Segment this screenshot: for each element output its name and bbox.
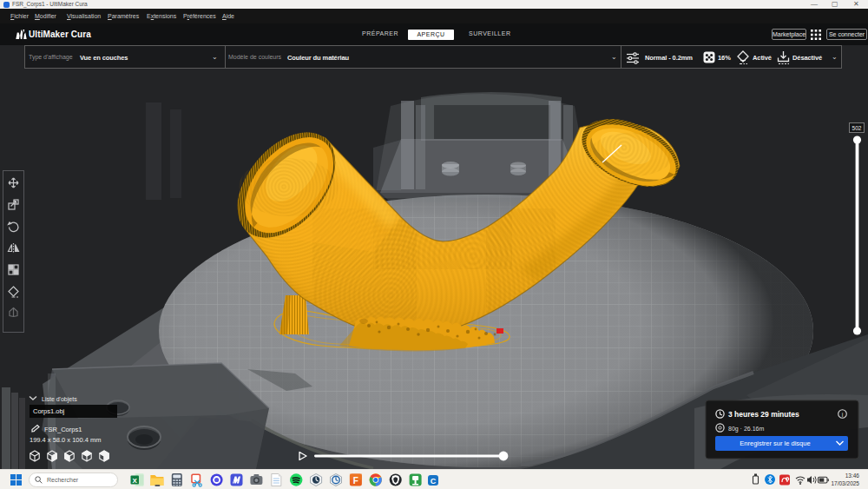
svg-text:80g · 26.16m: 80g · 26.16m <box>728 426 764 433</box>
svg-text:3 heures 29 minutes: 3 heures 29 minutes <box>728 410 799 419</box>
svg-text:FSR_Corps1: FSR_Corps1 <box>44 426 82 433</box>
svg-text:X: X <box>133 477 138 485</box>
svg-text:Enregistrer sur le disque: Enregistrer sur le disque <box>740 439 810 447</box>
svg-text:F: F <box>353 476 358 486</box>
svg-text:502: 502 <box>852 125 862 131</box>
svg-text:C: C <box>431 477 437 486</box>
svg-text:Liste d'objets: Liste d'objets <box>42 396 77 403</box>
svg-text:Corps1.obj: Corps1.obj <box>33 407 65 415</box>
svg-text:199.4 x 58.0 x 100.4 mm: 199.4 x 58.0 x 100.4 mm <box>30 436 102 444</box>
